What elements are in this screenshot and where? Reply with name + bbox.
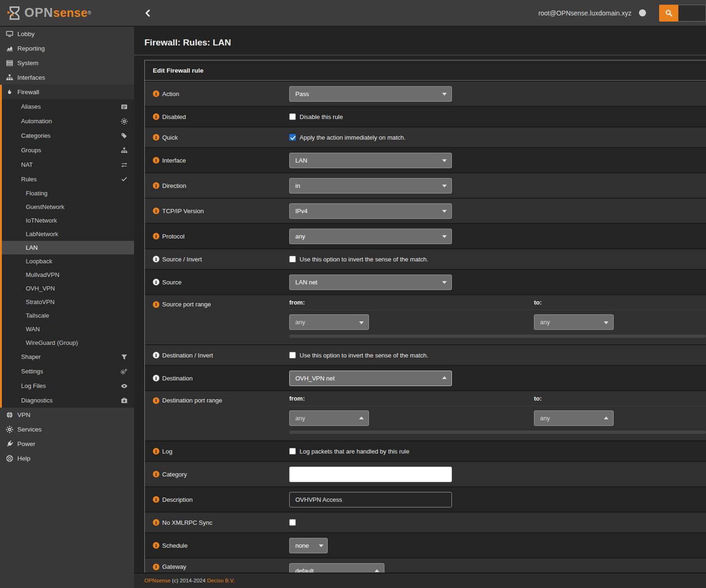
ipversion-select[interactable]: IPv4 [289, 203, 452, 219]
info-icon[interactable] [153, 564, 159, 570]
schedule-select[interactable]: none [289, 538, 328, 553]
source-invert-checkbox[interactable] [289, 256, 296, 262]
selected-value: any [295, 233, 305, 240]
field-label: No XMLRPC Sync [162, 519, 212, 526]
sidebar-item-automation[interactable]: Automation [2, 114, 134, 128]
sidebar-item-rules-guestnetwork[interactable]: GuestNetwork [2, 200, 134, 214]
sidebar-item-groups[interactable]: Groups [2, 143, 134, 157]
sidebar-item-help[interactable]: Help [0, 451, 134, 466]
sidebar-item-vpn[interactable]: VPN [0, 408, 134, 422]
opnsense-footer-link[interactable]: OPNsense [144, 578, 171, 583]
info-icon[interactable] [153, 301, 159, 308]
field-label: Destination [162, 375, 193, 382]
search-button[interactable] [659, 5, 678, 22]
destination-invert-checkbox[interactable] [289, 352, 296, 358]
search-input[interactable] [678, 5, 706, 22]
description-input[interactable] [289, 492, 452, 507]
destination-port-to-select[interactable]: any [534, 410, 614, 426]
horizontal-scrollbar[interactable] [289, 431, 706, 434]
sidebar-item-rules[interactable]: Rules [2, 172, 134, 186]
sidebar-item-shaper[interactable]: Shaper [2, 350, 134, 364]
sidebar-item-categories[interactable]: Categories [2, 128, 134, 143]
sidebar-item-label: LabNetwork [26, 231, 58, 238]
checkbox-label: Log packets that are handled by this rul… [300, 448, 409, 455]
field-label: Direction [162, 182, 186, 189]
field-label: Source [162, 279, 181, 286]
caret-down-icon [442, 281, 447, 284]
source-port-to-select[interactable]: any [534, 314, 614, 330]
field-label: Protocol [162, 233, 185, 240]
info-icon[interactable] [153, 157, 159, 164]
sidebar-item-rules-loopback[interactable]: Loopback [2, 254, 134, 268]
protocol-select[interactable]: any [289, 229, 452, 244]
form-row-quick: Quick Apply the action immediately on ma… [145, 127, 706, 147]
info-icon[interactable] [153, 233, 159, 239]
edit-firewall-rule-panel: Edit Firewall rule Action Pass Disabled … [144, 60, 706, 588]
quick-checkbox[interactable] [289, 134, 296, 141]
sidebar-item-rules-mullvadvpn[interactable]: MullvadVPN [2, 268, 134, 282]
deciso-footer-link[interactable]: Deciso B.V. [207, 578, 235, 583]
form-row-destination: Destination OVH_VPN net [145, 365, 706, 390]
sidebar-item-services[interactable]: Services [0, 422, 134, 437]
sidebar-nav: Lobby Reporting System Interfaces Firewa… [0, 27, 134, 588]
sidebar-item-settings[interactable]: Settings [2, 364, 134, 379]
disabled-checkbox[interactable] [289, 113, 296, 120]
sidebar-item-label: Power [17, 440, 35, 447]
info-icon[interactable] [153, 397, 159, 404]
sidebar-item-power[interactable]: Power [0, 437, 134, 451]
sidebar-item-rules-lan[interactable]: LAN [2, 241, 134, 254]
sidebar-item-diagnostics[interactable]: Diagnostics [2, 393, 134, 408]
info-icon[interactable] [153, 134, 159, 141]
sidebar-collapse-chevron-icon[interactable] [144, 9, 151, 17]
sidebar-item-system[interactable]: System [0, 56, 134, 70]
info-icon[interactable] [153, 256, 159, 262]
sidebar-item-reporting[interactable]: Reporting [0, 41, 134, 56]
sidebar-item-rules-iotnetwork[interactable]: IoTNetwork [2, 214, 134, 227]
info-icon[interactable] [153, 279, 159, 285]
sidebar-item-label: LAN [26, 244, 38, 251]
sidebar-item-aliases[interactable]: Aliases [2, 99, 134, 114]
field-label: Log [162, 448, 173, 455]
sidebar-item-label: Tailscale [26, 312, 49, 319]
sidebar-item-interfaces[interactable]: Interfaces [0, 70, 134, 85]
exchange-icon [121, 162, 128, 168]
logged-in-user[interactable]: root@OPNsense.luxdomain.xyz [538, 9, 631, 17]
sidebar-item-nat[interactable]: NAT [2, 157, 134, 172]
sidebar-item-rules-tailscale[interactable]: Tailscale [2, 309, 134, 322]
sidebar-item-rules-stratovpn[interactable]: StratoVPN [2, 295, 134, 309]
destination-port-from-select[interactable]: any [289, 410, 369, 426]
sidebar-item-log-files[interactable]: Log Files [2, 379, 134, 393]
info-icon[interactable] [153, 90, 159, 97]
sidebar-item-rules-wireguard-group[interactable]: WireGuard (Group) [2, 336, 134, 350]
sidebar-item-rules-ovh-vpn[interactable]: OVH_VPN [2, 282, 134, 295]
info-icon[interactable] [153, 519, 159, 526]
action-select[interactable]: Pass [289, 86, 452, 102]
info-icon[interactable] [153, 208, 159, 214]
sidebar-item-lobby[interactable]: Lobby [0, 27, 134, 41]
interface-select[interactable]: LAN [289, 153, 452, 168]
sidebar-item-firewall[interactable]: Firewall [2, 85, 134, 99]
source-port-from-select[interactable]: any [289, 314, 369, 330]
info-icon[interactable] [153, 113, 159, 120]
info-icon[interactable] [153, 448, 159, 454]
sidebar-item-label: IoTNetwork [26, 217, 57, 224]
info-icon[interactable] [153, 352, 159, 358]
info-icon[interactable] [153, 375, 159, 381]
category-input[interactable] [289, 467, 452, 482]
direction-select[interactable]: in [289, 178, 452, 194]
opnsense-logo[interactable]: OPNsense® [0, 6, 134, 20]
form-row-log: Log Log packets that are handled by this… [145, 440, 706, 461]
sidebar-item-rules-wan[interactable]: WAN [2, 322, 134, 336]
horizontal-scrollbar[interactable] [289, 335, 706, 338]
info-icon[interactable] [153, 471, 159, 477]
source-select[interactable]: LAN net [289, 275, 452, 290]
info-icon[interactable] [153, 182, 159, 189]
form-row-description: Description [145, 486, 706, 512]
info-icon[interactable] [153, 496, 159, 503]
sidebar-item-rules-labnetwork[interactable]: LabNetwork [2, 227, 134, 241]
destination-select[interactable]: OVH_VPN net [289, 371, 452, 386]
log-checkbox[interactable] [289, 448, 296, 454]
no-xmlrpc-checkbox[interactable] [289, 519, 296, 526]
info-icon[interactable] [153, 542, 159, 549]
sidebar-item-rules-floating[interactable]: Floating [2, 186, 134, 200]
